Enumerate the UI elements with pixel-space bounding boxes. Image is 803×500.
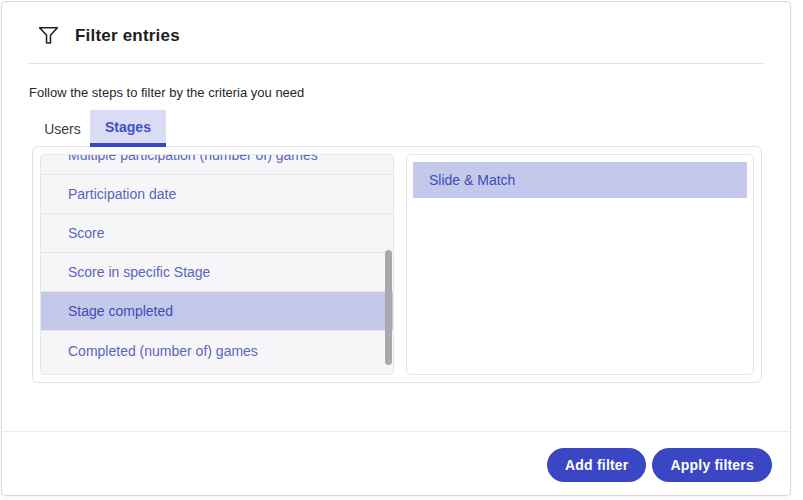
list-item[interactable]: Score in specific Stage xyxy=(41,253,393,292)
list-item-label: Score in specific Stage xyxy=(68,264,210,280)
funnel-icon xyxy=(36,23,61,48)
stage-criteria-list-panel: Multiple participation (number of) games… xyxy=(40,154,394,375)
stage-values-panel: Slide & Match xyxy=(406,154,754,375)
scrollbar-thumb[interactable] xyxy=(385,250,392,365)
filter-entries-dialog: Filter entries Follow the steps to filte… xyxy=(1,1,791,496)
dialog-header: Filter entries xyxy=(2,2,790,63)
header-divider xyxy=(28,63,764,64)
tab-stages-label: Stages xyxy=(105,119,151,135)
apply-filters-button[interactable]: Apply filters xyxy=(652,448,772,482)
stage-criteria-list: Multiple participation (number of) games… xyxy=(41,154,393,370)
list-item-label: Completed (number of) games xyxy=(68,343,258,359)
tab-users[interactable]: Users xyxy=(35,110,90,147)
list-item-selected[interactable]: Stage completed xyxy=(41,292,393,331)
add-filter-button[interactable]: Add filter xyxy=(547,448,646,482)
list-item-label: Score xyxy=(68,225,105,241)
tab-users-label: Users xyxy=(44,121,81,137)
list-item[interactable]: Completed (number of) games xyxy=(41,331,393,370)
list-item[interactable]: Score xyxy=(41,214,393,253)
list-item[interactable]: Participation date xyxy=(41,175,393,214)
instructions-text: Follow the steps to filter by the criter… xyxy=(29,85,790,100)
dialog-footer: Add filter Apply filters xyxy=(2,431,790,495)
list-item-selected[interactable]: Slide & Match xyxy=(413,162,747,198)
tab-stages[interactable]: Stages xyxy=(90,110,166,147)
list-item[interactable]: Multiple participation (number of) games xyxy=(41,154,393,175)
page-title: Filter entries xyxy=(75,26,180,46)
list-item-label: Slide & Match xyxy=(429,172,515,188)
filter-builder-panel: Multiple participation (number of) games… xyxy=(32,146,762,383)
filter-tabs: Users Stages xyxy=(35,110,790,147)
list-item-label: Multiple participation (number of) games xyxy=(68,154,318,163)
list-item-label: Stage completed xyxy=(68,303,173,319)
list-item-label: Participation date xyxy=(68,186,176,202)
